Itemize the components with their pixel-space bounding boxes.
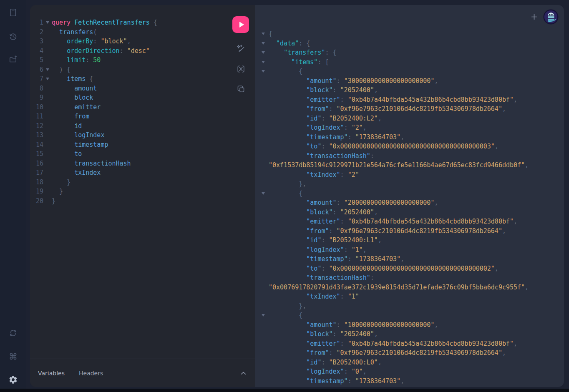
code-text: }: [52, 196, 55, 206]
bottom-strip: [0, 389, 569, 392]
fold-gutter: [262, 76, 269, 86]
docs-icon[interactable]: [8, 7, 18, 18]
json-text: "txIndex": "2": [269, 170, 564, 180]
json-text: "block": "2052400",: [269, 85, 564, 95]
fold-toggle[interactable]: [262, 39, 269, 48]
query-line[interactable]: 8 amount: [33, 84, 229, 93]
response-line: "block": "2052400",: [255, 329, 564, 339]
fold-toggle[interactable]: [43, 74, 52, 84]
fold-toggle[interactable]: [43, 65, 52, 75]
response-line: {: [255, 29, 564, 39]
fold-gutter: [262, 273, 269, 292]
fold-gutter: [43, 112, 52, 121]
execute-query-button[interactable]: [232, 16, 249, 33]
settings-gear-icon[interactable]: [8, 374, 18, 385]
query-line[interactable]: 14 timestamp: [33, 140, 229, 150]
fold-toggle[interactable]: [262, 311, 269, 320]
code-text: items {: [52, 74, 93, 84]
fold-gutter: [262, 358, 269, 367]
fold-toggle[interactable]: [262, 48, 269, 58]
query-line[interactable]: 13 logIndex: [33, 131, 229, 140]
fold-gutter: [262, 170, 269, 180]
query-line[interactable]: 18 }: [33, 178, 229, 187]
folder-add-icon[interactable]: [8, 54, 18, 65]
query-line[interactable]: 10 emitter: [33, 103, 229, 112]
json-text: "amount": "1000000000000000000000",: [269, 320, 564, 330]
query-line[interactable]: 3 orderBy: "block",: [33, 37, 229, 46]
code-text: }: [52, 178, 70, 187]
json-text: },: [269, 179, 564, 189]
response-line: "transfers": {: [255, 48, 564, 58]
json-text: "logIndex": "1",: [269, 245, 564, 255]
fold-toggle[interactable]: [262, 58, 269, 67]
query-line[interactable]: 1query FetchRecentTransfers {: [33, 18, 229, 28]
line-number: 9: [33, 93, 43, 103]
line-number: 16: [33, 159, 43, 168]
json-text: "emitter": "0xb4b7a44bfbda545a432b86b4cb…: [269, 217, 564, 226]
prettify-icon[interactable]: [236, 44, 245, 53]
query-line[interactable]: 9 block: [33, 93, 229, 103]
line-number: 18: [33, 178, 43, 187]
response-line: "to": "0x0000000000000000000000000000000…: [255, 142, 564, 151]
response-viewer[interactable]: { "data": { "transfers": { "items": [ { …: [255, 29, 564, 386]
query-line[interactable]: 5 limit: 50: [33, 55, 229, 65]
line-number: 14: [33, 140, 43, 150]
query-line[interactable]: 19 }: [33, 187, 229, 196]
copy-query-icon[interactable]: [236, 84, 245, 93]
tab-headers[interactable]: Headers: [79, 370, 103, 377]
json-text: "emitter": "0xb4b7a44bfbda545a432b86b4cb…: [269, 339, 564, 349]
response-line: },: [255, 179, 564, 189]
ghostgraph-ghost-logo[interactable]: [543, 9, 559, 25]
keyboard-shortcuts-icon[interactable]: [8, 351, 18, 362]
code-text: ) {: [52, 65, 70, 75]
query-line[interactable]: 2 transfers(: [33, 28, 229, 37]
line-number: 19: [33, 187, 43, 196]
code-text: to: [52, 149, 82, 159]
history-icon[interactable]: [8, 31, 18, 42]
code-text: orderBy: "block",: [52, 37, 131, 46]
json-text: {: [269, 311, 564, 320]
json-text: "logIndex": "0",: [269, 367, 564, 377]
query-line[interactable]: 6 ) {: [33, 65, 229, 75]
fold-gutter: [262, 208, 269, 217]
response-line: "logIndex": "1",: [255, 245, 564, 255]
query-line[interactable]: 4 orderDirection: "desc": [33, 46, 229, 56]
response-line: {: [255, 67, 564, 76]
query-line[interactable]: 11 from: [33, 112, 229, 121]
code-text: query FetchRecentTransfers {: [52, 18, 157, 28]
response-line: "txIndex": "1": [255, 292, 564, 302]
fold-toggle[interactable]: [262, 29, 269, 39]
response-line: {: [255, 189, 564, 199]
query-line[interactable]: 15 to: [33, 149, 229, 159]
response-line: "id": "B2052400:L1",: [255, 236, 564, 245]
json-text: {: [269, 29, 564, 39]
plus-icon[interactable]: [529, 13, 539, 22]
response-line: "from": "0xf96e7963c210106d4dc8219fb5343…: [255, 104, 564, 114]
code-text: timestamp: [52, 140, 108, 150]
refetch-schema-icon[interactable]: [8, 327, 18, 338]
query-line[interactable]: 20}: [33, 196, 229, 206]
fold-gutter: [262, 254, 269, 264]
json-text: "to": "0x0000000000000000000000000000000…: [269, 142, 564, 151]
fold-gutter: [262, 320, 269, 330]
merge-fragments-icon[interactable]: [236, 64, 245, 73]
json-text: {: [269, 67, 564, 76]
json-text: "block": "2052400",: [269, 329, 564, 339]
json-text: "timestamp": "1738364703",: [269, 377, 564, 386]
query-line[interactable]: 12 id: [33, 121, 229, 131]
tab-variables[interactable]: Variables: [38, 370, 65, 377]
query-line[interactable]: 7 items {: [33, 74, 229, 84]
query-line[interactable]: 17 txIndex: [33, 168, 229, 178]
json-text: "from": "0xf96e7963c210106d4dc8219fb5343…: [269, 104, 564, 114]
fold-toggle[interactable]: [262, 189, 269, 199]
code-text: limit: 50: [52, 55, 101, 65]
json-text: "transfers": {: [269, 48, 564, 58]
fold-toggle[interactable]: [43, 18, 52, 28]
chevron-up-icon[interactable]: [240, 371, 246, 375]
fold-gutter: [43, 187, 52, 196]
fold-toggle[interactable]: [262, 67, 269, 76]
line-number: 1: [33, 18, 43, 28]
query-editor[interactable]: 1query FetchRecentTransfers {2 transfers…: [33, 18, 229, 206]
response-line: "amount": "2000000000000000000000",: [255, 198, 564, 208]
query-line[interactable]: 16 transactionHash: [33, 159, 229, 168]
